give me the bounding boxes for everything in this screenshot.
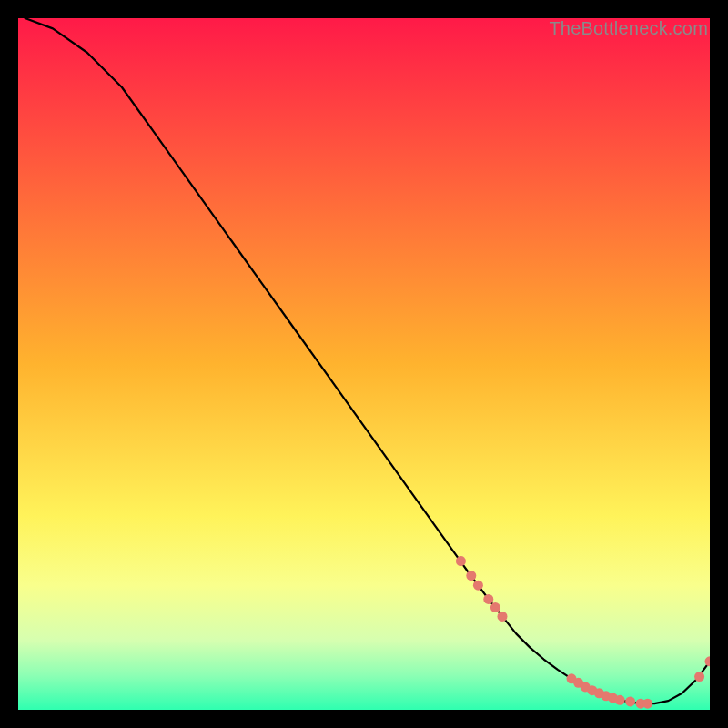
marker-dot [498, 612, 508, 622]
watermark-text: TheBottleneck.com [549, 18, 708, 39]
marker-dot [615, 695, 625, 705]
marker-dot [694, 672, 704, 682]
chart-plot [18, 18, 710, 710]
marker-dot [490, 602, 500, 612]
marker-dot [625, 696, 635, 706]
marker-dot [456, 556, 466, 566]
marker-dot [466, 571, 476, 581]
marker-dot [642, 699, 652, 709]
chart-frame: TheBottleneck.com [18, 18, 710, 710]
marker-dot [483, 594, 493, 604]
chart-background [18, 18, 710, 710]
marker-dot [473, 581, 483, 591]
